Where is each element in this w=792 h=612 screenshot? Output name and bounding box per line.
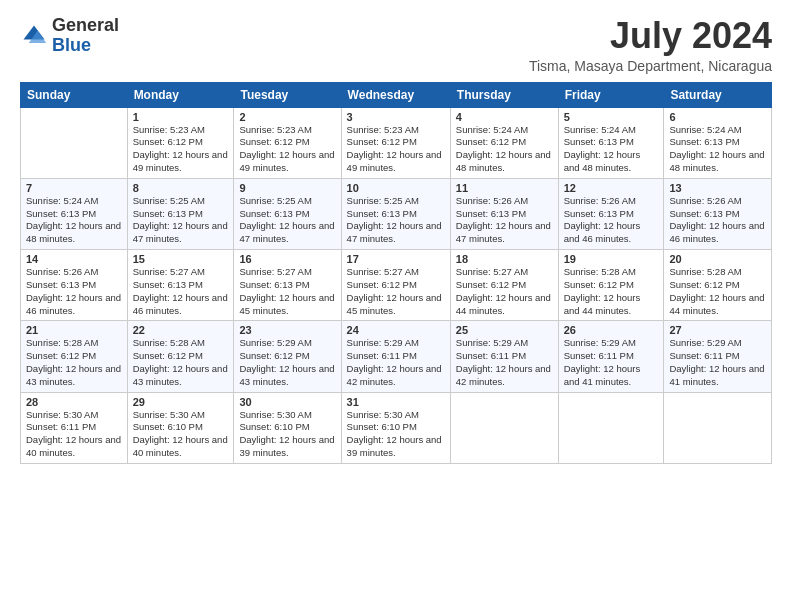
calendar-cell: 22 Sunrise: 5:28 AMSunset: 6:12 PMDaylig… [127, 321, 234, 392]
day-info: Sunrise: 5:27 AMSunset: 6:12 PMDaylight:… [456, 266, 553, 317]
calendar-cell: 25 Sunrise: 5:29 AMSunset: 6:11 PMDaylig… [450, 321, 558, 392]
day-number: 22 [133, 324, 229, 336]
day-info: Sunrise: 5:24 AMSunset: 6:13 PMDaylight:… [26, 195, 122, 246]
calendar-week-2: 7 Sunrise: 5:24 AMSunset: 6:13 PMDayligh… [21, 178, 772, 249]
logo: General Blue [20, 16, 119, 56]
day-number: 6 [669, 111, 766, 123]
calendar-cell: 17 Sunrise: 5:27 AMSunset: 6:12 PMDaylig… [341, 250, 450, 321]
day-info: Sunrise: 5:25 AMSunset: 6:13 PMDaylight:… [347, 195, 445, 246]
calendar-cell: 28 Sunrise: 5:30 AMSunset: 6:11 PMDaylig… [21, 392, 128, 463]
calendar-cell: 1 Sunrise: 5:23 AMSunset: 6:12 PMDayligh… [127, 107, 234, 178]
day-info: Sunrise: 5:30 AMSunset: 6:10 PMDaylight:… [347, 409, 445, 460]
calendar-cell: 2 Sunrise: 5:23 AMSunset: 6:12 PMDayligh… [234, 107, 341, 178]
calendar-table: Sunday Monday Tuesday Wednesday Thursday… [20, 82, 772, 464]
calendar-cell: 8 Sunrise: 5:25 AMSunset: 6:13 PMDayligh… [127, 178, 234, 249]
day-number: 30 [239, 396, 335, 408]
calendar-cell: 27 Sunrise: 5:29 AMSunset: 6:11 PMDaylig… [664, 321, 772, 392]
calendar-cell: 12 Sunrise: 5:26 AMSunset: 6:13 PMDaylig… [558, 178, 664, 249]
day-number: 12 [564, 182, 659, 194]
day-info: Sunrise: 5:25 AMSunset: 6:13 PMDaylight:… [133, 195, 229, 246]
calendar-week-4: 21 Sunrise: 5:28 AMSunset: 6:12 PMDaylig… [21, 321, 772, 392]
col-saturday: Saturday [664, 82, 772, 107]
day-info: Sunrise: 5:26 AMSunset: 6:13 PMDaylight:… [669, 195, 766, 246]
calendar-cell: 19 Sunrise: 5:28 AMSunset: 6:12 PMDaylig… [558, 250, 664, 321]
day-number: 13 [669, 182, 766, 194]
title-section: July 2024 Tisma, Masaya Department, Nica… [529, 16, 772, 74]
calendar-cell: 6 Sunrise: 5:24 AMSunset: 6:13 PMDayligh… [664, 107, 772, 178]
col-tuesday: Tuesday [234, 82, 341, 107]
day-info: Sunrise: 5:23 AMSunset: 6:12 PMDaylight:… [133, 124, 229, 175]
calendar-cell: 14 Sunrise: 5:26 AMSunset: 6:13 PMDaylig… [21, 250, 128, 321]
day-number: 3 [347, 111, 445, 123]
calendar-week-5: 28 Sunrise: 5:30 AMSunset: 6:11 PMDaylig… [21, 392, 772, 463]
day-number: 15 [133, 253, 229, 265]
calendar-cell: 21 Sunrise: 5:28 AMSunset: 6:12 PMDaylig… [21, 321, 128, 392]
day-number: 5 [564, 111, 659, 123]
day-number: 7 [26, 182, 122, 194]
calendar-cell: 30 Sunrise: 5:30 AMSunset: 6:10 PMDaylig… [234, 392, 341, 463]
page: General Blue July 2024 Tisma, Masaya Dep… [0, 0, 792, 612]
calendar-header-row: Sunday Monday Tuesday Wednesday Thursday… [21, 82, 772, 107]
calendar-cell: 31 Sunrise: 5:30 AMSunset: 6:10 PMDaylig… [341, 392, 450, 463]
day-number: 29 [133, 396, 229, 408]
day-number: 27 [669, 324, 766, 336]
logo-blue-text: Blue [52, 35, 91, 55]
location: Tisma, Masaya Department, Nicaragua [529, 58, 772, 74]
day-info: Sunrise: 5:26 AMSunset: 6:13 PMDaylight:… [26, 266, 122, 317]
calendar-cell: 4 Sunrise: 5:24 AMSunset: 6:12 PMDayligh… [450, 107, 558, 178]
day-number: 2 [239, 111, 335, 123]
calendar-cell: 15 Sunrise: 5:27 AMSunset: 6:13 PMDaylig… [127, 250, 234, 321]
day-number: 25 [456, 324, 553, 336]
day-info: Sunrise: 5:24 AMSunset: 6:13 PMDaylight:… [669, 124, 766, 175]
calendar-cell: 18 Sunrise: 5:27 AMSunset: 6:12 PMDaylig… [450, 250, 558, 321]
day-info: Sunrise: 5:24 AMSunset: 6:12 PMDaylight:… [456, 124, 553, 175]
day-info: Sunrise: 5:26 AMSunset: 6:13 PMDaylight:… [456, 195, 553, 246]
logo-general-text: General [52, 15, 119, 35]
calendar-cell: 16 Sunrise: 5:27 AMSunset: 6:13 PMDaylig… [234, 250, 341, 321]
day-info: Sunrise: 5:27 AMSunset: 6:13 PMDaylight:… [239, 266, 335, 317]
col-monday: Monday [127, 82, 234, 107]
day-info: Sunrise: 5:25 AMSunset: 6:13 PMDaylight:… [239, 195, 335, 246]
calendar-cell: 7 Sunrise: 5:24 AMSunset: 6:13 PMDayligh… [21, 178, 128, 249]
day-number: 1 [133, 111, 229, 123]
calendar-cell: 10 Sunrise: 5:25 AMSunset: 6:13 PMDaylig… [341, 178, 450, 249]
calendar-cell [558, 392, 664, 463]
day-number: 20 [669, 253, 766, 265]
header: General Blue July 2024 Tisma, Masaya Dep… [20, 16, 772, 74]
calendar-cell [664, 392, 772, 463]
calendar-cell: 29 Sunrise: 5:30 AMSunset: 6:10 PMDaylig… [127, 392, 234, 463]
day-info: Sunrise: 5:27 AMSunset: 6:12 PMDaylight:… [347, 266, 445, 317]
day-number: 23 [239, 324, 335, 336]
day-number: 24 [347, 324, 445, 336]
col-friday: Friday [558, 82, 664, 107]
day-info: Sunrise: 5:29 AMSunset: 6:11 PMDaylight:… [564, 337, 659, 388]
day-info: Sunrise: 5:30 AMSunset: 6:10 PMDaylight:… [133, 409, 229, 460]
calendar-cell: 20 Sunrise: 5:28 AMSunset: 6:12 PMDaylig… [664, 250, 772, 321]
calendar-cell: 5 Sunrise: 5:24 AMSunset: 6:13 PMDayligh… [558, 107, 664, 178]
day-number: 4 [456, 111, 553, 123]
day-info: Sunrise: 5:28 AMSunset: 6:12 PMDaylight:… [133, 337, 229, 388]
day-info: Sunrise: 5:23 AMSunset: 6:12 PMDaylight:… [347, 124, 445, 175]
calendar-cell: 26 Sunrise: 5:29 AMSunset: 6:11 PMDaylig… [558, 321, 664, 392]
calendar-cell: 11 Sunrise: 5:26 AMSunset: 6:13 PMDaylig… [450, 178, 558, 249]
calendar-cell: 24 Sunrise: 5:29 AMSunset: 6:11 PMDaylig… [341, 321, 450, 392]
day-number: 9 [239, 182, 335, 194]
day-info: Sunrise: 5:26 AMSunset: 6:13 PMDaylight:… [564, 195, 659, 246]
day-number: 26 [564, 324, 659, 336]
day-info: Sunrise: 5:23 AMSunset: 6:12 PMDaylight:… [239, 124, 335, 175]
logo-icon [20, 22, 48, 50]
day-info: Sunrise: 5:29 AMSunset: 6:12 PMDaylight:… [239, 337, 335, 388]
calendar-cell: 9 Sunrise: 5:25 AMSunset: 6:13 PMDayligh… [234, 178, 341, 249]
month-title: July 2024 [529, 16, 772, 56]
day-info: Sunrise: 5:29 AMSunset: 6:11 PMDaylight:… [669, 337, 766, 388]
calendar-cell: 13 Sunrise: 5:26 AMSunset: 6:13 PMDaylig… [664, 178, 772, 249]
calendar-cell: 3 Sunrise: 5:23 AMSunset: 6:12 PMDayligh… [341, 107, 450, 178]
day-info: Sunrise: 5:30 AMSunset: 6:11 PMDaylight:… [26, 409, 122, 460]
day-info: Sunrise: 5:27 AMSunset: 6:13 PMDaylight:… [133, 266, 229, 317]
calendar-cell [21, 107, 128, 178]
calendar-week-1: 1 Sunrise: 5:23 AMSunset: 6:12 PMDayligh… [21, 107, 772, 178]
col-sunday: Sunday [21, 82, 128, 107]
day-number: 31 [347, 396, 445, 408]
day-number: 18 [456, 253, 553, 265]
day-number: 17 [347, 253, 445, 265]
